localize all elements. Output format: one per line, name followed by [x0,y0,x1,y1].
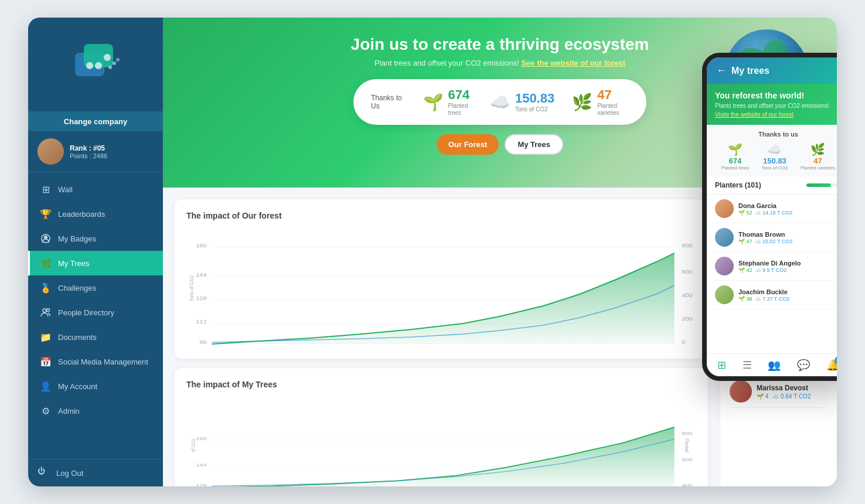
phone-planter-item[interactable]: Stephanie Di Angelo 🌱 42 ☁️ 9.5 T CO2 [707,252,837,281]
sidebar-item-label: Social Media Management [58,357,148,366]
phone-thanks-section: Thanks to us 🌱 674 Planted trees ☁️ 150.… [707,125,837,176]
phone-progress-fill [806,183,831,187]
phone-co2-icon: ☁️ [762,142,788,156]
phone-nav-chat[interactable]: 💬 [797,359,810,372]
app-logo-icon [66,35,125,94]
logout-icon: ⏻ [38,466,50,479]
user-avatar [38,138,64,165]
phone-forest-link[interactable]: Visite the website of our forest [715,111,837,118]
our-forest-button[interactable]: Our Forest [437,134,499,155]
svg-text:Planted: Planted [684,438,691,452]
sidebar-item-label: My Badges [58,234,96,243]
social-media-icon: 📅 [39,355,52,368]
sidebar-item-challenges[interactable]: 🏅 Challenges [28,275,163,300]
sidebar-item-label: Leaderboards [58,210,105,219]
phone-planter-avatar [715,199,734,218]
leaderboards-icon: 🏆 [39,207,52,220]
phone-hero-sub: Plants trees and offset your CO2 emissio… [715,103,837,109]
planter-stats: 🌱 4 ☁️ 0.64 T CO2 [757,393,827,400]
phone-planter-stats: 🌱 38 ☁️ 7.37 T CO2 [738,296,789,302]
phone-nav-people[interactable]: 👥 [768,359,781,372]
forest-chart: 96 112 128 144 160 0 200 400 600 800 [186,230,696,347]
phone-back-button[interactable]: ← [716,64,727,77]
people-directory-icon [39,306,52,319]
svg-point-4 [104,54,111,61]
svg-text:144: 144 [196,462,207,467]
phone-trees-label: Planted trees [721,165,749,171]
documents-icon: 📁 [39,331,52,343]
sidebar-item-label: Admin [58,407,80,416]
svg-text:96: 96 [199,339,207,345]
phone-hero: You reforest the world! Plants trees and… [707,84,837,125]
sidebar-item-label: Documents [58,333,97,342]
svg-text:of CO2: of CO2 [190,439,197,452]
sidebar-item-my-account[interactable]: 👤 My Account [28,374,163,399]
sidebar-item-documents[interactable]: 📁 Documents [28,325,163,349]
user-rank: Rank : #05 [70,144,107,152]
phone-nav-home[interactable]: ⊞ [717,359,726,372]
sidebar-item-label: People Directory [58,308,114,317]
phone-planter-item[interactable]: Joachim Buckle 🌱 38 ☁️ 7.37 T CO2 [707,281,837,309]
phone-planter-item[interactable]: Thomas Brown 🌱 47 ☁️ 15.02 T CO2 [707,223,837,252]
sidebar-item-label: Challenges [58,284,96,292]
sidebar-item-my-trees[interactable]: 🌿 My Trees [28,251,163,275]
hero-stats-card: Thanks to Us 🌱 674 Planted trees ☁️ 150.… [353,79,646,125]
svg-point-5 [108,66,112,69]
my-account-icon: 👤 [39,380,52,393]
varieties-label: Planted varieties [597,103,629,117]
forest-chart-card: The impact of Our forest 96 112 128 144 … [175,199,708,359]
mytrees-chart: 128 144 160 400 600 800 of CO2 Planted [186,399,696,486]
phone-planter-name: Stephanie Di Angelo [738,260,801,267]
svg-text:600: 600 [682,269,693,275]
svg-text:0: 0 [682,339,686,345]
phone-nav-bell[interactable]: 🔔 1 [826,359,837,372]
svg-text:400: 400 [682,292,693,298]
svg-text:160: 160 [196,243,207,248]
logout-button[interactable]: ⏻ Log Out [28,459,163,486]
planter-avatar [730,380,752,403]
phone-planter-avatar [715,257,734,275]
my-trees-button[interactable]: My Trees [505,134,563,155]
trees-count: 674 [448,87,472,103]
svg-point-2 [86,62,93,69]
thanks-label: Thanks to Us [371,94,406,110]
phone-progress-bar [806,183,837,187]
phone-thanks-title: Thanks to us [715,131,837,138]
sidebar-nav: ⊞ Wall 🏆 Leaderboards My Badges 🌿 My Tre… [28,172,163,459]
trees-label: Planted trees [448,103,472,117]
user-info: Rank : #05 Points : 2486 [70,144,107,159]
phone-planter-name: Thomas Brown [738,231,792,238]
phone-planter-stats: 🌱 52 ☁️ 14.18 T CO2 [738,210,792,216]
forest-link[interactable]: See the website of our forest [521,59,625,67]
change-company-button[interactable]: Change company [28,111,163,131]
svg-text:144: 144 [196,272,207,278]
phone-co2-count: 150.83 [762,156,788,165]
svg-point-11 [47,309,50,312]
phone-varieties-icon: 🌿 [801,142,835,156]
phone-planter-item[interactable]: Dona Garcia 🌱 52 ☁️ 14.18 T CO2 [707,195,837,223]
phone-nav-badge: 1 [835,356,837,365]
svg-text:Tons of CO2: Tons of CO2 [189,275,195,301]
sidebar-item-leaderboards[interactable]: 🏆 Leaderboards [28,202,163,226]
phone-tree-icon: 🌱 [721,142,749,156]
varieties-stat-icon: 🌿 [572,93,592,112]
sidebar-item-admin[interactable]: ⚙ Admin [28,399,163,423]
tree-stat-icon: 🌱 [423,93,444,112]
sidebar-item-label: Wall [58,185,73,194]
stat-trees: 🌱 674 Planted trees [423,87,472,117]
phone-hero-title: You reforest the world! [715,91,837,100]
phone-planter-avatar [715,285,734,304]
phone-nav-list[interactable]: ☰ [743,359,752,372]
phone-planters-title: Planters (101) [715,181,761,189]
sidebar-item-people-directory[interactable]: People Directory [28,300,163,325]
co2-label: Tons of CO2 [515,106,554,113]
svg-text:600: 600 [682,457,693,462]
forest-chart-title: The impact of Our forest [186,211,696,220]
co2-stat-icon: ☁️ [490,93,510,112]
sidebar-item-social-media[interactable]: 📅 Social Media Management [28,349,163,374]
sidebar-item-wall[interactable]: ⊞ Wall [28,177,163,202]
phone-stat-varieties: 🌿 47 Planted varieties [801,142,835,171]
mytrees-chart-title: The impact of My Trees [186,380,696,389]
sidebar-item-my-badges[interactable]: My Badges [28,226,163,251]
phone-planter-name: Joachim Buckle [738,288,789,295]
